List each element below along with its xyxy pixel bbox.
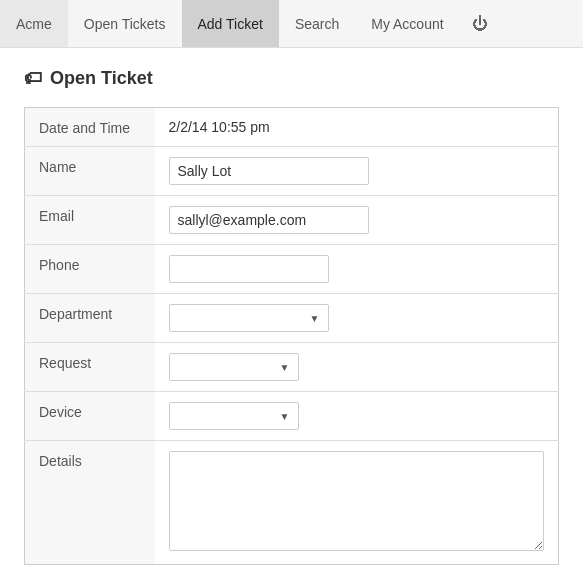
- request-select-wrapper: ▼: [169, 353, 299, 381]
- page-title-text: Open Ticket: [50, 68, 153, 89]
- date-label: Date and Time: [25, 108, 155, 147]
- page-heading: 🏷 Open Ticket: [24, 68, 559, 89]
- department-select-wrapper: ▼: [169, 304, 329, 332]
- details-row: Details: [25, 441, 559, 565]
- email-label: Email: [25, 196, 155, 245]
- device-row: Device ▼: [25, 392, 559, 441]
- phone-row: Phone: [25, 245, 559, 294]
- details-textarea[interactable]: [169, 451, 545, 551]
- department-row: Department ▼: [25, 294, 559, 343]
- nav-add-ticket[interactable]: Add Ticket: [182, 0, 279, 47]
- email-input[interactable]: [169, 206, 369, 234]
- date-row: Date and Time 2/2/14 10:55 pm: [25, 108, 559, 147]
- tag-icon: 🏷: [24, 68, 42, 89]
- ticket-form: Date and Time 2/2/14 10:55 pm Name Email…: [24, 107, 559, 565]
- device-label: Device: [25, 392, 155, 441]
- date-value: 2/2/14 10:55 pm: [169, 119, 270, 135]
- nav-acme[interactable]: Acme: [0, 0, 68, 47]
- details-label: Details: [25, 441, 155, 565]
- request-label: Request: [25, 343, 155, 392]
- main-nav: Acme Open Tickets Add Ticket Search My A…: [0, 0, 583, 48]
- device-select-wrapper: ▼: [169, 402, 299, 430]
- nav-my-account[interactable]: My Account: [355, 0, 459, 47]
- nav-open-tickets[interactable]: Open Tickets: [68, 0, 182, 47]
- request-select[interactable]: [170, 354, 298, 380]
- phone-input[interactable]: [169, 255, 329, 283]
- nav-search[interactable]: Search: [279, 0, 355, 47]
- department-label: Department: [25, 294, 155, 343]
- phone-label: Phone: [25, 245, 155, 294]
- request-row: Request ▼: [25, 343, 559, 392]
- power-icon[interactable]: ⏻: [460, 0, 500, 47]
- name-label: Name: [25, 147, 155, 196]
- name-row: Name: [25, 147, 559, 196]
- department-select[interactable]: [170, 305, 328, 331]
- email-row: Email: [25, 196, 559, 245]
- name-input[interactable]: [169, 157, 369, 185]
- device-select[interactable]: [170, 403, 298, 429]
- page-content: 🏷 Open Ticket Date and Time 2/2/14 10:55…: [0, 48, 583, 578]
